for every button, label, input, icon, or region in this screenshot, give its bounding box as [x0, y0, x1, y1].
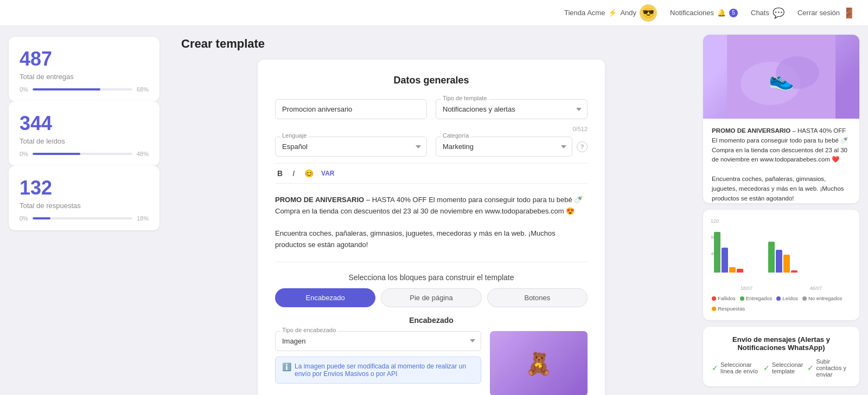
legend-entregados: Entregados	[740, 295, 773, 301]
blocks-tabs: Encabezado Pie de página Botones	[275, 288, 588, 307]
store-info: Tienda Acme ⚡ Andy 😎	[564, 4, 657, 22]
stat-bar-track-0	[33, 88, 132, 90]
chart-bars	[712, 218, 851, 273]
tab-botones[interactable]: Botones	[487, 288, 588, 307]
name-input[interactable]	[275, 99, 427, 119]
avatar: 😎	[640, 4, 657, 22]
preview-text: PROMO DE ANIVERSARIO – HASTA 40% OFF El …	[712, 126, 851, 203]
tipo-encabezado-label: Tipo de encabezado	[280, 327, 337, 333]
categoria-info-icon[interactable]: ?	[577, 141, 588, 152]
tipo-encabezado-select[interactable]: Imagen	[275, 331, 481, 351]
legend-leidos: Leídos	[776, 295, 798, 301]
legend-label-respuestas: Respuestas	[718, 306, 745, 312]
check-icon-3: ✓	[807, 364, 814, 372]
encabezado-left: Tipo de encabezado Imagen ℹ️ La imagen p…	[275, 331, 481, 384]
lightning-icon: ⚡	[608, 9, 617, 17]
char-count: 0/512	[275, 126, 588, 132]
categoria-label: Categoría	[441, 132, 470, 139]
stat-pct-right-2: 18%	[137, 215, 149, 222]
logout-nav[interactable]: Cerrar sesión 🚪	[797, 7, 855, 19]
tab-pie[interactable]: Pie de página	[381, 288, 481, 307]
legend-dot-respuestas	[712, 307, 716, 311]
legend-label-entregados: Entregados	[746, 295, 773, 301]
envio-title: Envío de mensajes (Alertas y Notificacio…	[712, 335, 851, 352]
legend-respuestas: Respuestas	[712, 306, 745, 312]
stat-bar-fill-2	[33, 217, 50, 219]
envio-steps: ✓ Seleccionar línea de envío ✓ Seleccion…	[712, 358, 851, 378]
info-text: La imagen puede ser modificada al moment…	[295, 362, 474, 378]
notifications-label: Notificaciones	[670, 9, 714, 17]
stat-pct-left-1: 0%	[20, 151, 28, 157]
stat-number-0: 487	[20, 48, 149, 70]
notifications-nav[interactable]: Notificaciones 🔔 5	[670, 9, 738, 17]
editor-toolbar: B I 😊 VAR	[275, 163, 588, 184]
encabezado-image	[490, 331, 588, 395]
preview-text2: Encuentra coches, pañaleras, gimnasios, …	[712, 176, 844, 202]
tipo-encabezado-field: Tipo de encabezado Imagen	[275, 331, 481, 351]
italic-button[interactable]: I	[290, 168, 297, 179]
legend-dot-entregados	[740, 296, 744, 301]
legend-dot-no-entregados	[802, 296, 807, 301]
stat-card-2: 132 Total de respuestas 0% 18%	[9, 166, 159, 230]
tipo-select[interactable]: Notificaciones y alertas	[436, 99, 588, 119]
bar-response-1	[729, 267, 736, 273]
message-bold-part: PROMO DE ANIVERSARIO	[275, 196, 364, 204]
lenguaje-select[interactable]: Español	[275, 137, 427, 157]
emoji-button[interactable]: 😊	[302, 168, 316, 179]
stat-pct-right-1: 48%	[137, 151, 149, 157]
bar-failed-2	[791, 270, 797, 273]
stat-bar-track-1	[33, 153, 132, 155]
user-name: Andy	[620, 9, 636, 17]
header: Tienda Acme ⚡ Andy 😎 Notificaciones 🔔 5 …	[0, 0, 868, 26]
legend-fallidos: Fallidos	[712, 295, 736, 301]
stat-card-1: 344 Total de leídos 0% 48%	[9, 101, 159, 166]
tipo-field: Tipo de template Notificaciones y alerta…	[436, 99, 588, 119]
check-icon-2: ✓	[763, 364, 770, 372]
logout-icon: 🚪	[843, 7, 855, 19]
store-name: Tienda Acme	[564, 9, 605, 17]
stat-label-1: Total de leídos	[20, 137, 149, 145]
svg-text:👟: 👟	[769, 67, 795, 92]
message-text[interactable]: PROMO DE ANIVERSARIO – HASTA 40% OFF El …	[275, 190, 588, 255]
bar-delivered-1	[714, 232, 720, 273]
var-button[interactable]: VAR	[321, 170, 334, 177]
stat-pct-right-0: 68%	[137, 86, 149, 93]
stat-bar-row-0: 0% 68%	[20, 86, 149, 93]
stat-number-2: 132	[20, 177, 149, 199]
preview-body: PROMO DE ANIVERSARIO – HASTA 40% OFF El …	[703, 119, 859, 203]
preview-image: 👟	[703, 35, 859, 119]
stat-bar-row-2: 0% 18%	[20, 215, 149, 222]
info-box: ℹ️ La imagen puede ser modificada al mom…	[275, 357, 481, 384]
stat-bar-row-1: 0% 48%	[20, 151, 149, 157]
categoria-field: Categoría Marketing	[436, 137, 572, 157]
form-card: Datos generales Tipo de template Notific…	[258, 60, 605, 395]
chart-x-labels: 18/07 46/07	[712, 286, 851, 291]
encabezado-title: Encabezado	[275, 316, 588, 325]
page-content: 487 Total de entregas 0% 68% 344 Total d…	[0, 26, 868, 395]
lenguaje-label: Lenguaje	[280, 132, 308, 139]
legend-dot-fallidos	[712, 296, 716, 301]
step-2: ✓ Seleccionar template	[763, 358, 803, 378]
chart-legend: Fallidos Entregados Leídos No entregados…	[712, 295, 851, 312]
chat-icon: 💬	[773, 7, 784, 19]
stat-pct-left-2: 0%	[20, 215, 28, 222]
form-title: Datos generales	[275, 75, 588, 86]
bar-delivered-2	[768, 242, 775, 273]
preview-bold: PROMO DE ANIVERSARIO	[712, 127, 790, 134]
form-row-2: Lenguaje Español Categoría Marketing ?	[275, 137, 588, 157]
bold-button[interactable]: B	[275, 168, 285, 179]
tab-encabezado[interactable]: Encabezado	[275, 288, 375, 307]
categoria-select[interactable]: Marketing	[436, 137, 572, 157]
tipo-label: Tipo de template	[441, 95, 489, 101]
chats-nav[interactable]: Chats 💬	[751, 7, 784, 19]
bell-icon: 🔔	[717, 9, 726, 17]
preview-card: 👟 PROMO DE ANIVERSARIO – HASTA 40% OFF E…	[703, 35, 859, 203]
step-label-1: Seleccionar línea de envío	[720, 361, 759, 374]
legend-label-no-entregados: No entregados	[808, 295, 842, 301]
blocks-title: Selecciona los bloques para construir el…	[275, 273, 588, 282]
stat-label-0: Total de entregas	[20, 73, 149, 81]
blocks-section: Selecciona los bloques para construir el…	[275, 273, 588, 395]
main-content: Crear template Datos generales Tipo de t…	[168, 26, 694, 395]
step-3: ✓ Subir contactos y enviar	[807, 358, 851, 378]
stat-label-2: Total de respuestas	[20, 202, 149, 210]
